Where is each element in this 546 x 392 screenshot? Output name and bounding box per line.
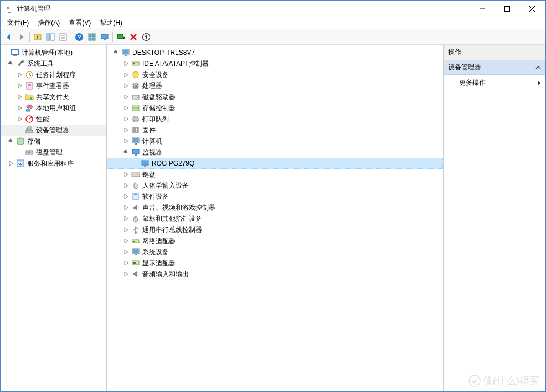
device-monitors[interactable]: 监视器 <box>107 147 443 158</box>
expand-icon[interactable] <box>16 104 24 112</box>
tree-event-viewer[interactable]: 事件查看器 <box>1 80 106 91</box>
svg-rect-19 <box>92 34 95 37</box>
expand-icon[interactable] <box>16 115 24 123</box>
expand-icon[interactable] <box>122 115 130 123</box>
expand-icon[interactable] <box>7 159 15 167</box>
expand-icon[interactable] <box>122 193 130 200</box>
actions-section[interactable]: 设备管理器 <box>444 60 545 75</box>
expand-icon[interactable] <box>122 204 130 212</box>
expand-icon[interactable] <box>122 60 130 68</box>
forward-button[interactable] <box>16 31 28 43</box>
hid-icon <box>131 181 140 190</box>
device-software[interactable]: 软件设备 <box>107 191 443 202</box>
expand-icon[interactable] <box>122 71 130 79</box>
node-label: 系统工具 <box>27 59 54 69</box>
show-hide-console-button[interactable] <box>44 31 56 43</box>
menu-help[interactable]: 帮助(H) <box>95 17 127 29</box>
help-button[interactable]: ? <box>73 31 85 43</box>
up-button[interactable] <box>32 31 44 43</box>
collapse-icon[interactable] <box>7 60 15 68</box>
expand-icon[interactable] <box>122 171 130 178</box>
svg-rect-24 <box>117 34 123 39</box>
node-label: 鼠标和其他指针设备 <box>142 214 202 224</box>
svg-rect-55 <box>132 62 139 65</box>
properties-button[interactable] <box>57 31 69 43</box>
expand-icon[interactable] <box>122 248 130 256</box>
device-display[interactable]: 显示适配器 <box>107 257 443 269</box>
expander-icon[interactable] <box>2 49 9 56</box>
device-audio-io[interactable]: 音频输入和输出 <box>107 269 443 280</box>
back-button[interactable] <box>3 31 15 43</box>
left-pane-tree[interactable]: 计算机管理(本地) 系统工具 任务计划程序 事件查看器 共享文件夹 本地用户和组 <box>1 45 107 391</box>
device-computers[interactable]: 计算机 <box>107 136 443 147</box>
expand-icon[interactable] <box>122 215 130 223</box>
cpu-icon <box>131 81 140 90</box>
expand-icon[interactable] <box>16 82 24 90</box>
expand-icon[interactable] <box>16 71 24 79</box>
expand-icon[interactable] <box>122 259 130 267</box>
expand-icon[interactable] <box>122 237 130 245</box>
maximize-button[interactable] <box>495 1 519 17</box>
tree-shared-folders[interactable]: 共享文件夹 <box>1 91 106 102</box>
collapse-icon[interactable] <box>7 137 15 145</box>
close-button[interactable] <box>519 1 544 17</box>
device-firmware[interactable]: 固件 <box>107 125 443 136</box>
expand-icon[interactable] <box>122 226 130 234</box>
device-disk-drives[interactable]: 磁盘驱动器 <box>107 91 443 102</box>
device-print-queue[interactable]: 打印队列 <box>107 114 443 125</box>
node-label: DESKTOP-TRLS8V7 <box>132 49 195 56</box>
device-system[interactable]: 系统设备 <box>107 246 443 257</box>
monitor-icon <box>141 159 150 168</box>
svg-rect-97 <box>133 241 135 242</box>
expand-icon[interactable] <box>122 270 130 278</box>
toolbar-separator <box>112 32 113 42</box>
menu-action[interactable]: 操作(A) <box>33 17 64 29</box>
device-processors[interactable]: 处理器 <box>107 80 443 91</box>
tree-system-tools[interactable]: 系统工具 <box>1 58 106 69</box>
expand-icon[interactable] <box>122 126 130 134</box>
tree-performance[interactable]: 性能 <box>1 114 106 125</box>
audio-io-icon <box>131 270 140 278</box>
node-label: 存储控制器 <box>142 104 176 113</box>
legacy-add-button[interactable] <box>140 31 152 43</box>
device-usb[interactable]: 通用串行总线控制器 <box>107 224 443 235</box>
expand-icon[interactable] <box>122 104 130 112</box>
tree-disk-mgmt[interactable]: 磁盘管理 <box>1 147 106 158</box>
device-root[interactable]: DESKTOP-TRLS8V7 <box>107 47 443 58</box>
expand-icon[interactable] <box>122 182 130 189</box>
expand-icon[interactable] <box>122 82 130 90</box>
delete-button[interactable] <box>127 31 140 43</box>
device-keyboards[interactable]: 键盘 <box>107 169 443 180</box>
actions-more[interactable]: 更多操作 <box>444 75 545 91</box>
device-monitor-item[interactable]: ROG PG279Q <box>107 158 443 169</box>
tree-task-scheduler[interactable]: 任务计划程序 <box>1 69 106 80</box>
menu-file[interactable]: 文件(F) <box>3 17 33 29</box>
monitor-button[interactable] <box>99 31 111 43</box>
tree-storage[interactable]: 存储 <box>1 136 106 147</box>
tree-services-apps[interactable]: 服务和应用程序 <box>1 158 106 169</box>
tree-local-users[interactable]: 本地用户和组 <box>1 102 106 114</box>
svg-rect-80 <box>144 166 146 167</box>
device-storage-ctrl[interactable]: 存储控制器 <box>107 102 443 114</box>
device-hid[interactable]: 人体学输入设备 <box>107 180 443 191</box>
tree-root[interactable]: 计算机管理(本地) <box>1 47 106 58</box>
expand-icon[interactable] <box>122 137 130 145</box>
device-sound[interactable]: 声音、视频和游戏控制器 <box>107 202 443 213</box>
svg-rect-77 <box>132 149 139 154</box>
node-label: 显示适配器 <box>142 259 176 268</box>
collapse-icon[interactable] <box>122 148 130 156</box>
device-network[interactable]: 网络适配器 <box>107 235 443 246</box>
expand-icon[interactable] <box>16 93 24 101</box>
device-tree-pane[interactable]: DESKTOP-TRLS8V7 IDE ATA/ATAPI 控制器 安全设备 处… <box>107 45 444 391</box>
tree-device-manager[interactable]: 设备管理器 <box>1 125 106 136</box>
collapse-icon[interactable] <box>112 49 120 56</box>
device-security[interactable]: 安全设备 <box>107 69 443 80</box>
view-button[interactable] <box>86 31 98 43</box>
expand-icon[interactable] <box>122 93 130 101</box>
minimize-button[interactable] <box>470 1 495 17</box>
scan-button[interactable] <box>115 31 127 43</box>
menu-view[interactable]: 查看(V) <box>64 17 95 29</box>
device-mice[interactable]: 鼠标和其他指针设备 <box>107 213 443 224</box>
device-ide[interactable]: IDE ATA/ATAPI 控制器 <box>107 58 443 69</box>
node-label: 性能 <box>36 115 49 124</box>
